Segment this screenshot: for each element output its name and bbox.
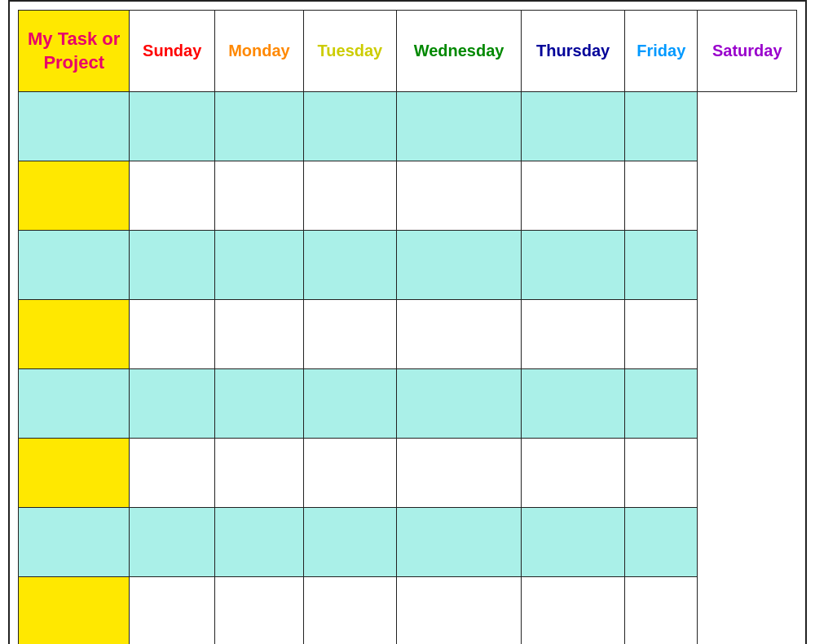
day-cell[interactable] — [396, 508, 521, 577]
task-cell[interactable] — [19, 508, 130, 577]
day-cell[interactable] — [215, 439, 304, 508]
day-cell[interactable] — [130, 92, 215, 161]
day-cell[interactable] — [396, 369, 521, 439]
header-thursday: Thursday — [522, 11, 625, 92]
day-cell[interactable] — [625, 577, 698, 645]
day-cell[interactable] — [522, 231, 625, 300]
day-cell[interactable] — [625, 92, 698, 161]
day-cell[interactable] — [303, 508, 396, 577]
table-row[interactable] — [19, 369, 797, 439]
day-cell[interactable] — [215, 369, 304, 439]
day-cell[interactable] — [130, 577, 215, 645]
day-cell[interactable] — [396, 300, 521, 369]
day-cell[interactable] — [303, 439, 396, 508]
day-cell[interactable] — [130, 439, 215, 508]
day-cell[interactable] — [215, 231, 304, 300]
day-cell[interactable] — [215, 577, 304, 645]
day-cell[interactable] — [130, 508, 215, 577]
day-cell[interactable] — [396, 577, 521, 645]
day-cell[interactable] — [303, 300, 396, 369]
day-cell[interactable] — [625, 369, 698, 439]
day-cell[interactable] — [522, 161, 625, 231]
day-cell[interactable] — [522, 439, 625, 508]
task-cell[interactable] — [19, 300, 130, 369]
table-row[interactable] — [19, 508, 797, 577]
task-title-line2: Project — [23, 51, 125, 75]
header-tuesday: Tuesday — [303, 11, 396, 92]
day-cell[interactable] — [396, 231, 521, 300]
day-cell[interactable] — [215, 161, 304, 231]
day-cell[interactable] — [396, 92, 521, 161]
page-wrapper: My Task or Project Sunday Monday Tuesday… — [8, 0, 807, 644]
day-cell[interactable] — [396, 439, 521, 508]
header-friday: Friday — [625, 11, 698, 92]
task-cell[interactable] — [19, 369, 130, 439]
day-cell[interactable] — [625, 508, 698, 577]
day-cell[interactable] — [522, 508, 625, 577]
day-cell[interactable] — [130, 300, 215, 369]
table-row[interactable] — [19, 92, 797, 161]
header-row: My Task or Project Sunday Monday Tuesday… — [19, 11, 797, 92]
day-cell[interactable] — [303, 369, 396, 439]
day-cell[interactable] — [215, 300, 304, 369]
day-cell[interactable] — [522, 300, 625, 369]
task-cell[interactable] — [19, 161, 130, 231]
day-cell[interactable] — [215, 92, 304, 161]
table-row[interactable] — [19, 300, 797, 369]
table-row[interactable] — [19, 439, 797, 508]
task-cell[interactable] — [19, 231, 130, 300]
header-saturday: Saturday — [698, 11, 797, 92]
task-grid: My Task or Project Sunday Monday Tuesday… — [18, 10, 797, 644]
day-cell[interactable] — [130, 231, 215, 300]
header-monday: Monday — [215, 11, 304, 92]
day-cell[interactable] — [522, 577, 625, 645]
day-cell[interactable] — [522, 369, 625, 439]
day-cell[interactable] — [130, 369, 215, 439]
day-cell[interactable] — [215, 508, 304, 577]
task-cell[interactable] — [19, 92, 130, 161]
day-cell[interactable] — [303, 92, 396, 161]
header-wednesday: Wednesday — [396, 11, 521, 92]
day-cell[interactable] — [625, 161, 698, 231]
table-row[interactable] — [19, 231, 797, 300]
day-cell[interactable] — [303, 577, 396, 645]
table-row[interactable] — [19, 577, 797, 645]
task-header: My Task or Project — [19, 11, 130, 92]
day-cell[interactable] — [625, 231, 698, 300]
day-cell[interactable] — [625, 300, 698, 369]
table-row[interactable] — [19, 161, 797, 231]
day-cell[interactable] — [396, 161, 521, 231]
task-cell[interactable] — [19, 577, 130, 645]
day-cell[interactable] — [522, 92, 625, 161]
header-sunday: Sunday — [130, 11, 215, 92]
task-title-line1: My Task or — [23, 28, 125, 51]
task-cell[interactable] — [19, 439, 130, 508]
day-cell[interactable] — [303, 231, 396, 300]
day-cell[interactable] — [303, 161, 396, 231]
day-cell[interactable] — [625, 439, 698, 508]
grid-body — [19, 92, 797, 645]
day-cell[interactable] — [130, 161, 215, 231]
